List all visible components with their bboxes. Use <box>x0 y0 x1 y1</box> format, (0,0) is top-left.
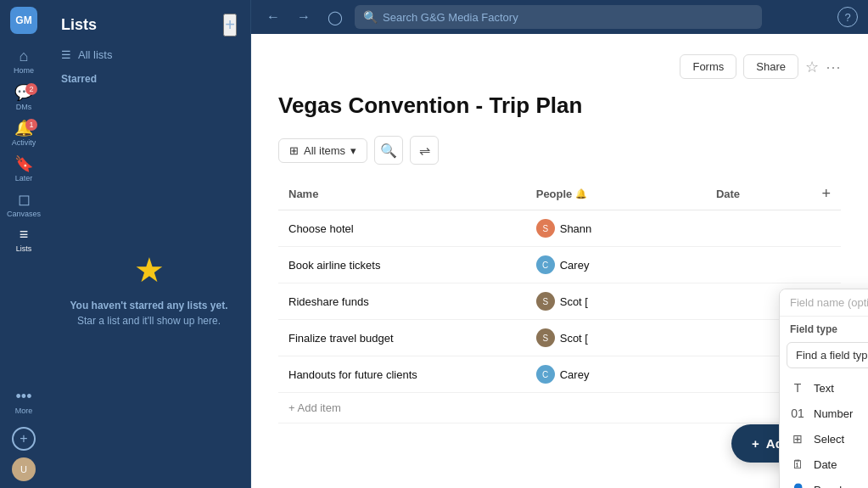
add-item-cell[interactable]: + Add item <box>278 393 841 423</box>
later-icon: 🔖 <box>14 154 33 173</box>
search-bar: 🔍 <box>355 5 762 29</box>
type-icon: T <box>790 381 805 395</box>
cell-people: C Carey <box>526 247 706 283</box>
field-type-item-people[interactable]: 👤People <box>780 477 868 488</box>
lists-icon: ≡ <box>20 226 29 244</box>
settings-filter-button[interactable]: ⇌ <box>410 136 439 165</box>
plus-icon: + <box>752 436 759 451</box>
sidebar: GM ⌂ Home 💬 2 DMs 🔔 1 Activity 🔖 Later ◻… <box>0 0 48 488</box>
column-header-people: People 🔔 <box>526 178 706 210</box>
type-icon: 👤 <box>790 483 805 488</box>
cell-name: Finalize travel budget <box>278 320 526 356</box>
table-wrap: Name People 🔔 Date + <box>278 178 841 423</box>
add-item-row[interactable]: + Add item <box>278 393 841 423</box>
activity-badge: 1 <box>25 119 37 131</box>
starred-section-label: Starred <box>48 66 250 88</box>
search-input[interactable] <box>383 11 753 24</box>
cell-date <box>706 247 841 283</box>
sidebar-item-label: Home <box>14 66 34 75</box>
add-list-button[interactable]: + <box>223 14 237 36</box>
all-lists-link[interactable]: ☰ All lists <box>48 43 250 66</box>
person-name: Carey <box>560 368 590 381</box>
sidebar-item-label: More <box>15 407 33 415</box>
field-type-item-select[interactable]: ⊞Select <box>780 426 868 452</box>
field-type-item-number[interactable]: 01Number <box>780 401 868 426</box>
type-icon: 🗓 <box>790 457 805 471</box>
table-row: Choose hotel S Shann <box>278 210 841 247</box>
cell-date <box>706 210 841 247</box>
column-header-name: Name <box>278 178 526 210</box>
forward-button[interactable]: → <box>292 6 316 28</box>
cell-name: Book airline tickets <box>278 247 526 283</box>
history-button[interactable]: ◯ <box>322 6 348 29</box>
sidebar-item-label: Later <box>15 174 33 182</box>
sidebar-item-dms[interactable]: 💬 2 DMs <box>7 80 41 114</box>
star-icon: ★ <box>134 250 165 289</box>
top-bar: ← → ◯ 🔍 ? <box>251 0 868 34</box>
all-lists-label: All lists <box>78 48 112 61</box>
field-type-label: Field type <box>780 317 868 339</box>
table-row: Book airline tickets C Carey <box>278 247 841 283</box>
cell-people: C Carey <box>526 356 706 393</box>
user-avatar[interactable]: U <box>12 457 36 481</box>
field-type-item-text[interactable]: TText <box>780 375 868 401</box>
add-workspace-button[interactable]: + <box>12 427 36 451</box>
help-button[interactable]: ? <box>837 7 858 27</box>
toolbar: ⊞ All items ▾ 🔍 ⇌ <box>278 136 841 165</box>
sidebar-item-more[interactable]: ••• More <box>7 384 41 418</box>
sidebar-item-later[interactable]: 🔖 Later <box>7 151 41 185</box>
sidebar-item-lists[interactable]: ≡ Lists <box>7 222 41 256</box>
field-type-item-date[interactable]: 🗓Date <box>780 452 868 477</box>
type-icon: ⊞ <box>790 432 805 446</box>
all-items-filter[interactable]: ⊞ All items ▾ <box>278 138 367 163</box>
type-icon: 01 <box>790 407 805 420</box>
avatar: C <box>536 365 555 384</box>
more-options-button[interactable]: ⋯ <box>826 58 841 76</box>
nav-panel: Lists + ☰ All lists Starred ★ You haven'… <box>48 0 251 488</box>
workspace-avatar[interactable]: GM <box>10 7 37 34</box>
content-header: Forms Share ☆ ⋯ <box>278 54 841 79</box>
items-table: Name People 🔔 Date + <box>278 178 841 423</box>
search-icon: 🔍 <box>363 10 378 24</box>
sidebar-item-home[interactable]: ⌂ Home <box>7 44 41 78</box>
cell-name: Choose hotel <box>278 210 526 247</box>
sidebar-item-activity[interactable]: 🔔 1 Activity <box>7 115 41 149</box>
cell-name: Rideshare funds <box>278 283 526 320</box>
avatar: C <box>536 255 555 274</box>
forms-button[interactable]: Forms <box>680 54 736 79</box>
add-column-button[interactable]: + <box>821 185 831 203</box>
find-field-type-button[interactable]: Find a field type ▾ <box>787 342 868 368</box>
cell-people: S Scot [ <box>526 320 706 356</box>
field-name-input[interactable] <box>780 289 868 317</box>
find-type-label: Find a field type <box>796 349 868 362</box>
content-area: Forms Share ☆ ⋯ Vegas Convention - Trip … <box>251 34 868 488</box>
avatar: S <box>536 292 555 311</box>
chevron-down-icon: ▾ <box>350 144 356 157</box>
person-name: Scot [ <box>560 332 588 345</box>
bell-icon: 🔔 <box>575 188 587 199</box>
nav-panel-title: Lists <box>61 16 97 34</box>
favorite-button[interactable]: ☆ <box>805 58 819 76</box>
person-name: Carey <box>560 259 590 272</box>
sliders-icon: ⇌ <box>419 143 430 159</box>
type-label: Select <box>814 433 844 446</box>
sidebar-item-label: Canvases <box>7 210 41 218</box>
cell-people: S Shann <box>526 210 706 247</box>
list-icon: ☰ <box>61 48 71 61</box>
all-items-label: All items <box>304 144 345 157</box>
cell-name: Handouts for future clients <box>278 356 526 393</box>
filter-icon: ⊞ <box>289 144 299 157</box>
sidebar-item-canvases[interactable]: ◻ Canvases <box>7 187 41 221</box>
search-icon: 🔍 <box>380 143 397 159</box>
share-button[interactable]: Share <box>743 54 798 79</box>
field-type-list: TText01Number⊞Select🗓Date👤People☑Checkbo… <box>780 372 868 488</box>
person-name: Shann <box>560 222 592 235</box>
search-filter-button[interactable]: 🔍 <box>374 136 403 165</box>
type-label: Text <box>814 382 834 395</box>
top-bar-right: ? <box>837 7 858 27</box>
table-row: Handouts for future clients C Carey <box>278 356 841 393</box>
starred-empty-sub: Star a list and it'll show up here. <box>77 315 221 327</box>
back-button[interactable]: ← <box>261 6 285 28</box>
starred-empty-state: ★ You haven't starred any lists yet. Sta… <box>48 88 250 488</box>
column-header-date: Date + <box>706 178 841 210</box>
